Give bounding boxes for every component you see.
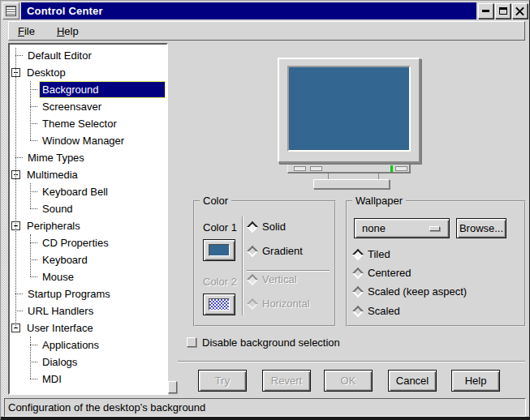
radio-centered[interactable]: Centered [354,268,411,279]
tree-item-label: Applications [40,337,165,353]
tree-connector [30,191,37,192]
option-menu-indicator-icon [429,226,440,231]
tree-item-window-manager[interactable]: Window Manager [10,132,166,149]
tree-item-label: Keyboard [40,252,165,268]
radio-diamond-icon [352,306,364,317]
tree-item-screensaver[interactable]: Screensaver [10,98,166,115]
tree-item-background[interactable]: Background [10,81,166,98]
tree-item-sound[interactable]: Sound [10,200,166,217]
statusbar-text: Configuration of the desktop’s backgroun… [8,401,205,414]
browse-button[interactable]: Browse... [456,218,506,238]
tree-item-applications[interactable]: Applications [10,336,166,354]
radio-diamond-icon [352,268,364,279]
cancel-button[interactable]: Cancel [388,370,437,392]
revert-button[interactable]: Revert [262,370,311,392]
radio-label: Scaled (keep aspect) [368,286,467,298]
window-menu-button[interactable] [2,2,19,19]
tree-item-label: Peripherals [24,218,165,234]
tree-connector [30,379,37,379]
tree-item-dialogs[interactable]: Dialogs [10,354,166,371]
tree-item-user-interface[interactable]: User Interface [10,319,166,336]
monitor-button-icon [395,166,407,171]
monitor-stand [324,174,329,179]
tree-item-label: Theme Selector [40,116,165,131]
minimize-button[interactable] [478,3,493,19]
tree-connector [30,123,37,124]
minimize-icon [482,10,489,12]
color1-swatch [209,244,230,256]
color1-picker-button[interactable] [203,239,235,261]
action-button-row: TryRevertOKCancelHelp [177,370,525,392]
try-button[interactable]: Try [198,370,247,392]
color-group-title: Color [200,195,231,207]
tree-item-label: Window Manager [40,133,165,148]
tree-item-label: Background [40,82,165,97]
tree-item-url-handlers[interactable]: URL Handlers [10,302,166,319]
tree-connector [30,276,37,277]
menu-help[interactable]: Help [57,25,79,37]
color2-swatch [209,298,230,311]
tree-item-label: User Interface [24,320,165,336]
pane-resize-handle[interactable] [168,381,177,393]
checkbox-icon[interactable] [187,337,196,347]
tree-item-label: Startup Programs [25,286,165,302]
tree-connector [30,208,37,209]
tree-item-mdi[interactable]: MDI [10,371,166,388]
radio-label: Scaled [368,306,400,317]
close-button[interactable] [512,3,528,19]
radio-diamond-icon [352,249,364,260]
monitor-control-strip [287,165,411,174]
wallpaper-group-title: Wallpaper [352,195,406,207]
radio-scaled[interactable]: Scaled [354,306,400,317]
menu-file[interactable]: File [18,25,35,37]
tree-item-multimedia[interactable]: Multimedia [10,166,166,183]
radio-vertical[interactable]: Vertical [248,274,297,285]
window-menu-icon [6,6,16,16]
tree-item-startup-programs[interactable]: Startup Programs [10,285,166,302]
ok-button[interactable]: OK [324,370,373,392]
titlebar[interactable]: Control Center [2,2,528,19]
radio-gradient[interactable]: Gradient [248,246,303,257]
radio-scaled-keep-aspect[interactable]: Scaled (keep aspect) [354,286,467,298]
statusbar: Configuration of the desktop’s backgroun… [4,398,526,417]
monitor-preview [278,58,429,191]
radio-label: Horizontal [262,298,310,310]
tree-guide-line [30,183,31,208]
radio-solid[interactable]: Solid [248,221,286,233]
tree-view: Default EditorDesktopBackgroundScreensav… [10,45,166,393]
titlebar-area[interactable]: Control Center [21,2,476,19]
tree-item-mouse[interactable]: Mouse [10,268,166,285]
monitor-button-icon [294,166,306,171]
disable-background-label: Disable background selection [202,336,340,349]
tree-connector [30,89,37,90]
radio-horizontal[interactable]: Horizontal [248,298,310,310]
tree-guide-line [15,48,16,328]
wallpaper-dropdown[interactable]: none [354,218,450,238]
wallpaper-groupbox: Wallpaper none Browse... TiledCenteredSc… [346,200,526,327]
tree-item-theme-selector[interactable]: Theme Selector [10,115,166,132]
tree-item-keyboard[interactable]: Keyboard [10,251,166,268]
tree-item-mime-types[interactable]: Mime Types [10,149,166,166]
help-button[interactable]: Help [451,370,500,392]
tree-item-label: Multimedia [24,167,165,182]
window-title: Control Center [21,5,103,17]
maximize-button[interactable] [495,3,511,19]
tree-item-desktop[interactable]: Desktop [10,64,166,81]
tree-item-cd-properties[interactable]: CD Properties [10,234,166,251]
radio-label: Centered [368,268,411,279]
tree-item-label: URL Handlers [25,303,165,319]
tree-connector [30,242,37,243]
tree-connector [30,259,37,260]
footer-separator [178,361,525,362]
monitor-screen [287,66,411,152]
disable-background-checkbox-row[interactable]: Disable background selection [187,336,340,348]
tree-connector [15,294,23,294]
tree-connector [15,55,23,56]
monitor-button-icon [310,166,322,171]
monitor-base [313,179,390,189]
color2-picker-button[interactable] [203,294,235,315]
tree-item-keyboard-bell[interactable]: Keyboard Bell [10,183,166,200]
tree-item-default-editor[interactable]: Default Editor [10,47,166,64]
tree-item-peripherals[interactable]: Peripherals [10,217,166,234]
radio-tiled[interactable]: Tiled [354,249,390,260]
